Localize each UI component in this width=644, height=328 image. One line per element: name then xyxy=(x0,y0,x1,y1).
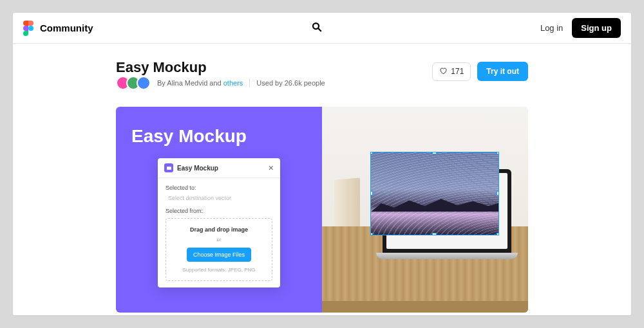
figma-logo-icon[interactable] xyxy=(23,21,33,36)
drop-or: or xyxy=(171,237,267,242)
selection-handle[interactable] xyxy=(497,191,499,196)
others-link[interactable]: others xyxy=(223,79,243,87)
hero-right-panel xyxy=(322,107,528,313)
by-prefix: By xyxy=(157,79,167,87)
selected-from-label: Selected from: xyxy=(166,208,272,214)
drop-title: Drag and drop image xyxy=(171,226,267,233)
login-link[interactable]: Log in xyxy=(540,23,563,33)
panel-body: Selected to: Select destination vector S… xyxy=(158,178,280,287)
try-it-out-button[interactable]: Try it out xyxy=(477,62,528,81)
selection-handle[interactable] xyxy=(370,233,373,235)
author-name[interactable]: Alina Medvid xyxy=(167,79,207,87)
avatar xyxy=(137,76,151,90)
search-icon[interactable] xyxy=(311,21,323,35)
plugin-page: Community Log in Sign up Easy Mockup xyxy=(13,13,631,315)
usage-count: Used by 26.6k people xyxy=(256,79,325,87)
hero-left-panel: Easy Mockup Easy Mockup × Selected to: S… xyxy=(116,107,322,313)
like-count: 171 xyxy=(451,67,464,76)
topbar-right: Log in Sign up xyxy=(540,18,621,38)
author-avatars[interactable] xyxy=(116,76,151,90)
choose-image-files-button[interactable]: Choose Image Files xyxy=(187,248,251,262)
close-icon[interactable]: × xyxy=(269,163,274,172)
panel-title: Easy Mockup xyxy=(177,165,265,172)
and-word: and xyxy=(207,79,223,87)
selection-handle[interactable] xyxy=(497,233,499,235)
selection-handle[interactable] xyxy=(370,191,373,196)
page-title: Easy Mockup xyxy=(116,59,325,76)
like-button[interactable]: 171 xyxy=(432,62,471,81)
selected-image-overlay[interactable] xyxy=(370,152,499,235)
title-actions: 171 Try it out xyxy=(432,62,528,81)
selected-to-label: Selected to: xyxy=(166,185,272,191)
selection-handle[interactable] xyxy=(497,152,499,154)
selection-handle[interactable] xyxy=(432,152,437,154)
topbar-search xyxy=(100,21,534,35)
heart-icon xyxy=(439,67,447,77)
plugin-logo-icon xyxy=(164,163,173,172)
drop-zone[interactable]: Drag and drop image or Choose Image File… xyxy=(166,218,272,281)
byline: By Alina Medvid and others Used by 26.6k… xyxy=(116,76,325,90)
selected-to-placeholder[interactable]: Select destination vector xyxy=(166,195,272,201)
title-row: Easy Mockup By Alina Medvid and others U… xyxy=(116,59,528,102)
selection-handle[interactable] xyxy=(370,152,373,154)
separator xyxy=(249,78,250,87)
panel-header: Easy Mockup × xyxy=(158,158,280,178)
svg-point-0 xyxy=(313,23,319,29)
hero-image: Easy Mockup Easy Mockup × Selected to: S… xyxy=(116,107,528,313)
topbar: Community Log in Sign up xyxy=(13,13,631,44)
decor-books xyxy=(334,178,360,231)
plugin-panel: Easy Mockup × Selected to: Select destin… xyxy=(158,158,280,287)
svg-line-1 xyxy=(318,28,321,32)
byline-text: By Alina Medvid and others xyxy=(157,79,243,87)
signup-button[interactable]: Sign up xyxy=(572,18,621,38)
content: Easy Mockup By Alina Medvid and others U… xyxy=(13,44,631,315)
hero-title: Easy Mockup xyxy=(131,126,307,147)
selection-handle[interactable] xyxy=(432,233,437,235)
supported-formats: Supported formats: JPEG, PNG xyxy=(171,267,267,273)
community-link[interactable]: Community xyxy=(40,23,93,33)
